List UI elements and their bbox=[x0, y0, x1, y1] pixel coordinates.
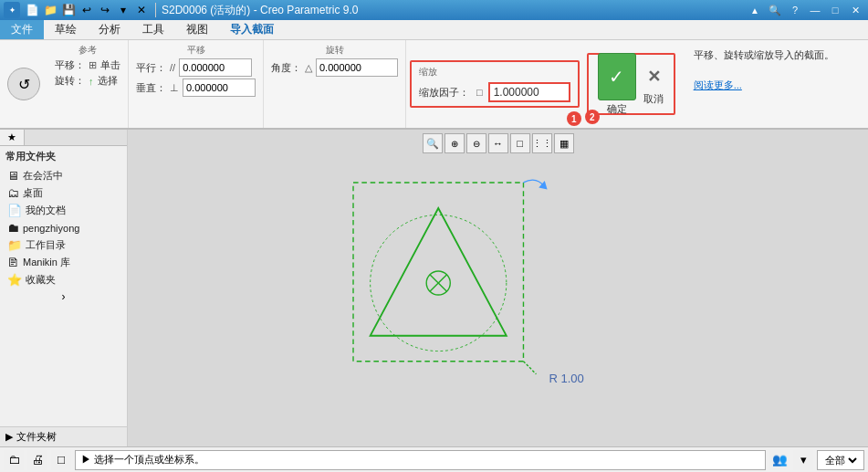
sidebar-item-desktop[interactable]: 🗂 桌面 bbox=[0, 184, 127, 202]
status-icon-display[interactable]: □ bbox=[51, 450, 71, 470]
sidebar: ★ 常用文件夹 🖥 在会活中 🗂 桌面 📄 我的文档 🖿 pengzhiyong… bbox=[0, 130, 128, 446]
pan-click-label: 单击 bbox=[100, 58, 120, 72]
reference-section: 参考 平移： ⊞ 单击 旋转： ↑ 选择 bbox=[47, 40, 129, 128]
ribbon: ↺ 参考 平移： ⊞ 单击 旋转： ↑ 选择 平移 平行： // bbox=[0, 40, 868, 130]
sidebar-tree-label: 文件夹树 bbox=[16, 430, 57, 444]
expand-arrow-btn[interactable]: ▲ bbox=[746, 3, 764, 17]
canvas-toolbar: 🔍 ⊕ ⊖ ↔ □ ⋮⋮ ▦ bbox=[423, 133, 574, 153]
horizontal-input[interactable] bbox=[179, 58, 252, 77]
help-section: 平移、旋转或缩放导入的截面。 阅读更多... bbox=[679, 40, 868, 128]
vertical-input[interactable] bbox=[183, 79, 256, 97]
menubar: 文件 草绘 分析 工具 视图 导入截面 bbox=[0, 20, 868, 40]
check-icon: ✓ bbox=[609, 66, 624, 88]
zoom-out-btn[interactable]: ⊖ bbox=[466, 133, 486, 153]
badge-1: 1 bbox=[567, 111, 581, 126]
sidebar-label-2: 我的文档 bbox=[26, 204, 66, 217]
title-left: ✦ 📄 📁 💾 ↩ ↪ ▾ ✕ S2D0006 (活动的) - Creo Par… bbox=[4, 2, 358, 18]
rotate-select-label: 选择 bbox=[98, 74, 118, 88]
close-title-btn[interactable]: ✕ bbox=[133, 2, 150, 18]
sidebar-tabs: ★ bbox=[0, 130, 127, 146]
status-filter[interactable]: 全部 bbox=[817, 450, 864, 470]
status-icon-folder[interactable]: 🗀 bbox=[4, 450, 24, 470]
sidebar-item-active-session[interactable]: 🖥 在会活中 bbox=[0, 167, 127, 184]
sidebar-item-manikin[interactable]: 🖹 Manikin 库 bbox=[0, 254, 127, 271]
redo-btn[interactable]: ↪ bbox=[97, 2, 113, 18]
r-label: R 1.00 bbox=[549, 372, 583, 385]
scale-factor-input[interactable] bbox=[488, 82, 570, 102]
grid-btn[interactable]: ⋮⋮ bbox=[532, 133, 552, 153]
undo-rotate-btn[interactable]: ↺ bbox=[7, 68, 40, 100]
rotate-section: 旋转 角度： △ bbox=[264, 40, 406, 128]
filter-select[interactable]: 全部 bbox=[821, 454, 860, 467]
sidebar-item-workdir[interactable]: 📁 工作目录 bbox=[0, 236, 127, 254]
translate-title: 平移 bbox=[136, 44, 256, 57]
angle-input[interactable] bbox=[316, 58, 398, 77]
menu-view[interactable]: 视图 bbox=[175, 20, 219, 39]
angle-row: 角度： △ bbox=[271, 58, 398, 77]
new-btn[interactable]: 📄 bbox=[24, 2, 40, 18]
cancel-button[interactable]: ✕ bbox=[643, 63, 664, 90]
minimize-btn[interactable]: — bbox=[806, 3, 824, 17]
sidebar-label-0: 在会活中 bbox=[23, 169, 63, 183]
vertical-row: 垂直： ⊥ bbox=[136, 79, 256, 97]
canvas-area[interactable]: 🔍 ⊕ ⊖ ↔ □ ⋮⋮ ▦ R 1.00 bbox=[128, 130, 868, 446]
angle-label: 角度： bbox=[271, 61, 301, 75]
maximize-btn[interactable]: □ bbox=[826, 3, 844, 17]
confirm-button[interactable]: ✓ bbox=[598, 53, 636, 100]
sidebar-label-6: 收藏夹 bbox=[26, 273, 56, 287]
search-btn[interactable]: 🔍 bbox=[766, 3, 784, 17]
reference-title: 参考 bbox=[55, 44, 120, 57]
confirm-cancel-wrapper: ✓ 确定 ✕ 取消 2 bbox=[583, 40, 679, 128]
help-btn[interactable]: ? bbox=[786, 3, 804, 17]
help-link[interactable]: 阅读更多... bbox=[694, 79, 742, 90]
cancel-group: ✕ 取消 bbox=[643, 63, 664, 106]
confirm-label: 确定 bbox=[607, 102, 627, 116]
status-icon-print[interactable]: 🖨 bbox=[27, 450, 47, 470]
pan-tool-btn[interactable]: ↔ bbox=[488, 133, 508, 153]
menu-tools[interactable]: 工具 bbox=[131, 20, 175, 39]
sidebar-tree-header[interactable]: ▶ 文件夹树 bbox=[0, 426, 127, 446]
quick-access-toolbar[interactable]: 📄 📁 💾 ↩ ↪ ▾ ✕ bbox=[24, 2, 150, 18]
sidebar-label-1: 桌面 bbox=[23, 186, 43, 200]
sidebar-expand-btn[interactable]: › bbox=[0, 288, 127, 305]
sidebar-item-mydocs[interactable]: 📄 我的文档 bbox=[0, 202, 127, 219]
folder-blue-icon: 🗂 bbox=[7, 186, 19, 200]
manikin-icon: 🖹 bbox=[7, 256, 19, 269]
status-down-btn[interactable]: ▾ bbox=[793, 450, 813, 470]
undo-btn[interactable]: ↩ bbox=[78, 2, 95, 18]
reference-content: 平移： ⊞ 单击 旋转： ↑ 选择 bbox=[55, 58, 120, 124]
sidebar-tab-starred[interactable]: ★ bbox=[0, 130, 25, 145]
sidebar-item-peng[interactable]: 🖿 pengzhiyong bbox=[0, 219, 127, 236]
display-btn[interactable]: ▦ bbox=[554, 133, 574, 153]
more-btn[interactable]: ▾ bbox=[115, 2, 131, 18]
sidebar-item-favorites[interactable]: ⭐ 收藏夹 bbox=[0, 271, 127, 288]
pan-row: 平移： ⊞ 单击 bbox=[55, 58, 120, 72]
fit-btn[interactable]: □ bbox=[510, 133, 530, 153]
zoom-in-btn[interactable]: 🔍 bbox=[423, 133, 443, 153]
main-area: ★ 常用文件夹 🖥 在会活中 🗂 桌面 📄 我的文档 🖿 pengzhiyong… bbox=[0, 130, 868, 446]
statusbar: 🗀 🖨 □ ▶ 选择一个顶点或坐标系。 👥 ▾ 全部 bbox=[0, 446, 868, 472]
help-text: 平移、旋转或缩放导入的截面。 bbox=[694, 47, 853, 63]
status-gesture-btn[interactable]: 👥 bbox=[769, 450, 790, 470]
rotate-row: 旋转： ↑ 选择 bbox=[55, 74, 120, 88]
scale-factor-label: 缩放因子： bbox=[419, 86, 469, 100]
status-prompt: ▶ 选择一个顶点或坐标系。 bbox=[75, 450, 766, 470]
pan-label: 平移： bbox=[55, 58, 85, 72]
translate-section: 平移 平行： // 垂直： ⊥ bbox=[129, 40, 264, 128]
close-btn[interactable]: ✕ bbox=[846, 3, 864, 17]
doc-icon: 📄 bbox=[7, 204, 22, 217]
sidebar-label-5: Manikin 库 bbox=[23, 256, 70, 269]
save-btn[interactable]: 💾 bbox=[60, 2, 77, 18]
window-controls[interactable]: ▲ 🔍 ? — □ ✕ bbox=[746, 3, 864, 17]
expand-icon: › bbox=[62, 290, 66, 303]
menu-file[interactable]: 文件 bbox=[0, 20, 44, 39]
menu-import[interactable]: 导入截面 bbox=[219, 20, 285, 39]
menu-analysis[interactable]: 分析 bbox=[88, 20, 131, 39]
open-btn[interactable]: 📁 bbox=[42, 2, 58, 18]
menu-sketch[interactable]: 草绘 bbox=[44, 20, 88, 39]
pan-icon: ⊞ bbox=[89, 59, 97, 71]
undo-section: ↺ bbox=[0, 40, 47, 128]
zoom-in2-btn[interactable]: ⊕ bbox=[444, 133, 465, 153]
cancel-label: 取消 bbox=[643, 92, 664, 106]
horizontal-row: 平行： // bbox=[136, 58, 256, 77]
